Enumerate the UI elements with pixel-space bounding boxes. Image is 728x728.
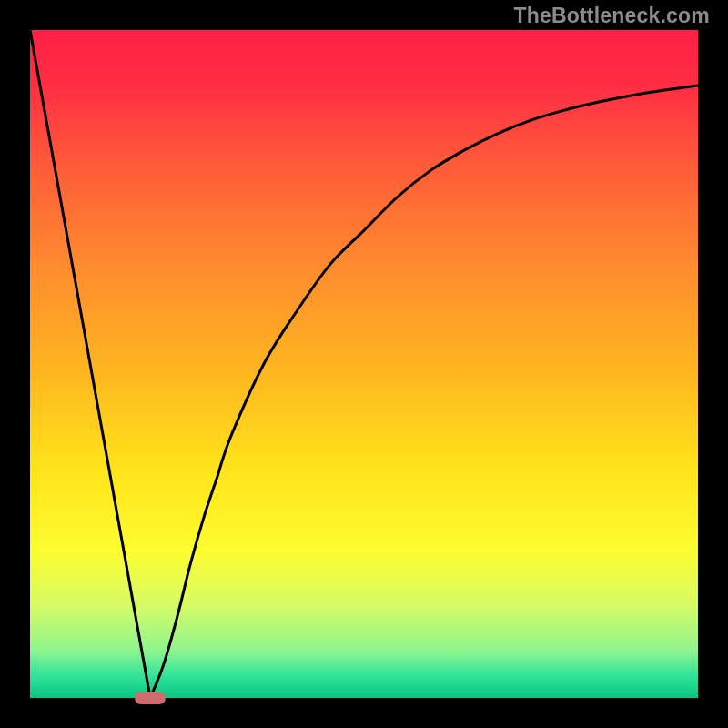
watermark-text: TheBottleneck.com <box>513 4 710 28</box>
highlight-marker <box>135 692 166 704</box>
chart-frame: TheBottleneck.com <box>0 0 728 728</box>
chart-plot <box>30 30 698 698</box>
plot-background <box>30 30 698 698</box>
